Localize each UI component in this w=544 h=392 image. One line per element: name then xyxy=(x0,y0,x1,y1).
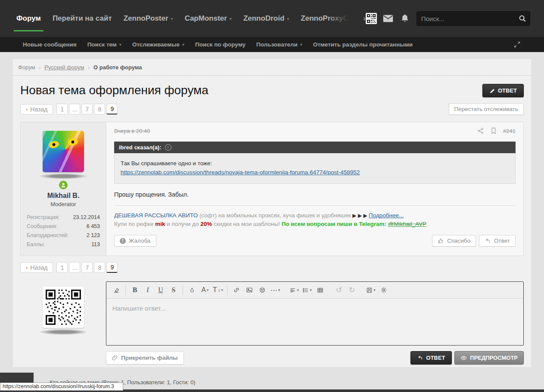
page-button-7[interactable]: 7 xyxy=(81,262,93,273)
insert-link-icon[interactable] xyxy=(230,285,243,295)
signature-ad-link[interactable]: ДЕШЕВАЯ РАССЫЛКА АВИТО xyxy=(114,212,198,219)
underline-icon[interactable]: U xyxy=(154,285,167,295)
signature-text: Купи по рефке xyxy=(114,221,155,227)
subnav-forum-search[interactable]: Поиск по форуму xyxy=(195,41,246,48)
breadcrumb-forum[interactable]: Форум xyxy=(18,64,35,71)
chevron-right-icon: › xyxy=(39,65,41,70)
qr-avatar[interactable] xyxy=(43,287,84,328)
text-color-icon[interactable] xyxy=(186,285,199,295)
signature-more-link[interactable]: Подробнее... xyxy=(369,212,404,219)
quote-header[interactable]: ibred сказал(а): ↑ xyxy=(114,142,516,153)
strikethrough-icon[interactable]: S xyxy=(167,285,180,295)
post: Mikhail B. Moderator Регистрация:23.12.2… xyxy=(20,122,524,256)
back-arrow-icon: ‹ xyxy=(26,264,28,271)
drafts-icon[interactable]: ▾ xyxy=(364,285,377,295)
back-button[interactable]: ‹Назад xyxy=(20,262,53,273)
expand-icon[interactable] xyxy=(514,41,520,48)
quote-expand-icon[interactable]: ↑ xyxy=(165,144,171,151)
reply-textarea[interactable] xyxy=(107,299,522,343)
redo-icon[interactable]: ↻ xyxy=(345,285,358,295)
main-header: Форум Перейти на сайт ZennoPoster▾ CapMo… xyxy=(0,0,544,37)
qr-code-icon[interactable] xyxy=(366,13,377,24)
insert-image-icon[interactable] xyxy=(243,285,256,295)
reply-post-button[interactable]: Ответ xyxy=(479,235,516,247)
undo-icon[interactable]: ↺ xyxy=(333,285,345,295)
avatar[interactable] xyxy=(43,131,84,172)
page-button-1[interactable]: 1 xyxy=(56,262,68,273)
post-date-link[interactable]: Вчера в 20:40 xyxy=(114,128,150,134)
post-body-text: Прошу прощения. Забыл. xyxy=(114,191,516,198)
reply-arrow-icon xyxy=(417,355,423,361)
subnav-users[interactable]: Пользователи▾ xyxy=(256,41,302,48)
stat-row: Благодарностей:2 123 xyxy=(26,231,101,240)
bell-icon[interactable] xyxy=(399,13,410,24)
preview-label: ПРЕДПРОСМОТР xyxy=(470,355,518,361)
back-arrow-icon: ‹ xyxy=(26,106,28,112)
page-button-9-current[interactable]: 9 xyxy=(106,262,118,273)
search-icon[interactable] xyxy=(519,15,526,22)
nav-item-forum[interactable]: Форум xyxy=(16,14,41,23)
report-button[interactable]: !Жалоба xyxy=(114,235,156,247)
reply-editor-section: B I U S A▾ T↕▾ xyxy=(20,278,524,364)
list-icon[interactable]: ▾ xyxy=(301,285,314,295)
signature-telegram-handle-link[interactable]: @Mikhail_AVP xyxy=(388,221,426,227)
thumbs-up-icon xyxy=(438,238,444,244)
smiley-icon[interactable] xyxy=(256,285,269,295)
back-button[interactable]: ‹Назад xyxy=(20,104,53,114)
chevron-down-icon: ▾ xyxy=(221,288,223,292)
bookmark-icon[interactable] xyxy=(491,127,497,134)
avatar-shadow xyxy=(39,173,87,179)
font-size-icon[interactable]: T↕▾ xyxy=(211,285,224,295)
page-button-8[interactable]: 8 xyxy=(94,262,105,273)
page-button-8[interactable]: 8 xyxy=(94,104,105,114)
page-ellipsis[interactable]: ... xyxy=(69,262,80,273)
italic-icon[interactable]: I xyxy=(141,285,154,295)
attach-label: Прикрепить файлы xyxy=(121,355,178,361)
subnav-watched[interactable]: Отслеживаемые▾ xyxy=(132,41,184,48)
online-status-icon xyxy=(59,181,68,189)
nav-item-zennodroid[interactable]: ZennoDroid▾ xyxy=(243,14,289,23)
preview-button[interactable]: ПРЕДПРОСМОТР xyxy=(454,351,524,364)
reply-button-top[interactable]: ОТВЕТ xyxy=(482,84,524,97)
reply-label: Ответ xyxy=(494,238,510,244)
signature-discount: 20% xyxy=(200,221,212,227)
nav-item-capmonster[interactable]: CapMonster▾ xyxy=(185,14,232,23)
nav-item-zennoposter[interactable]: ZennoPoster▾ xyxy=(124,14,173,23)
search-input[interactable] xyxy=(421,15,519,22)
page-title: Новая тема оформления форума xyxy=(20,83,208,97)
remove-format-icon[interactable] xyxy=(110,285,123,295)
breadcrumb-russian-forum[interactable]: Русский форум xyxy=(44,64,84,71)
page-button-1[interactable]: 1 xyxy=(56,104,68,114)
nav-item-zennoproxychecker[interactable]: ZennoProxyCh xyxy=(301,14,351,23)
subnav-new-messages[interactable]: Новые сообщения xyxy=(23,41,77,48)
reply-submit-button[interactable]: ОТВЕТ xyxy=(410,351,452,364)
more-options-icon[interactable]: ⋯▾ xyxy=(269,285,282,295)
subnav-label: Новые сообщения xyxy=(23,41,77,48)
search-box xyxy=(417,11,530,26)
reply-button-label: ОТВЕТ xyxy=(498,87,517,94)
thread-toolbar: Новые сообщения Поиск тем▾ Отслеживаемые… xyxy=(0,37,544,52)
author-name[interactable]: Mikhail B. xyxy=(26,192,101,200)
attach-files-button[interactable]: Прикрепить файлы xyxy=(106,351,184,364)
page-button-9-current[interactable]: 9 xyxy=(106,104,118,114)
font-family-icon[interactable]: A▾ xyxy=(199,285,211,295)
alignment-icon[interactable]: ▾ xyxy=(288,285,301,295)
chevron-down-icon: ▾ xyxy=(119,42,121,47)
editor-toolbar: B I U S A▾ T↕▾ xyxy=(106,282,523,299)
share-icon[interactable] xyxy=(477,127,484,134)
page-ellipsis[interactable]: ... xyxy=(69,104,80,114)
mail-icon[interactable] xyxy=(382,13,394,24)
unwatch-button[interactable]: Перестать отслеживать xyxy=(449,103,524,115)
settings-gear-icon[interactable] xyxy=(377,285,390,295)
subnav-mark-read[interactable]: Отметить разделы прочитанными xyxy=(313,41,413,48)
table-icon[interactable] xyxy=(314,285,326,295)
quote-link[interactable]: https://zennolab.com/discussion/threads/… xyxy=(121,168,360,177)
thanks-button[interactable]: Спасибо xyxy=(432,235,476,247)
page-button-7[interactable]: 7 xyxy=(81,104,93,114)
post-number-link[interactable]: #241 xyxy=(503,128,516,134)
editor-actions: Прикрепить файлы ОТВЕТ ПРЕДПРОСМОТР xyxy=(106,351,524,364)
bold-icon[interactable]: B xyxy=(128,285,141,295)
nav-item-go-to-site[interactable]: Перейти на сайт xyxy=(53,14,112,23)
signature-ref-code: mik xyxy=(155,221,165,227)
subnav-search-threads[interactable]: Поиск тем▾ xyxy=(87,41,121,48)
